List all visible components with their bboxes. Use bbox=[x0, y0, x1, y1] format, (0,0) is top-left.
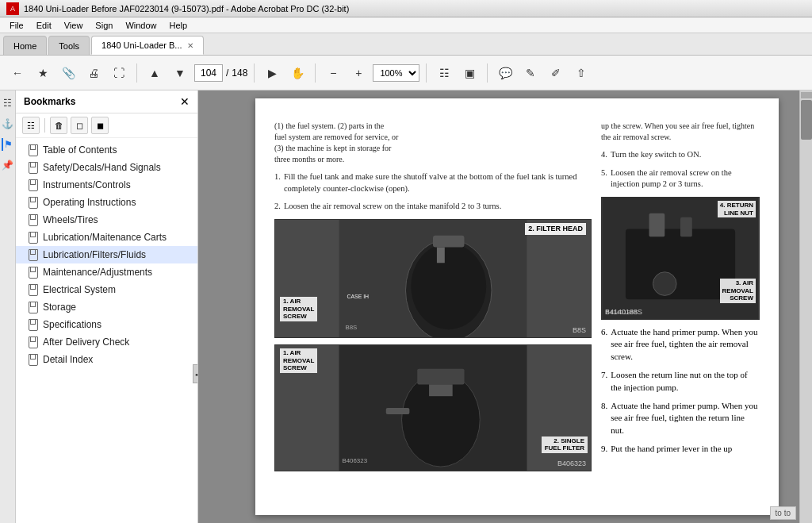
svg-rect-4 bbox=[437, 248, 445, 263]
pdf-steps-6-9: 6. Actuate the hand primer pump. When yo… bbox=[601, 326, 760, 456]
menu-window[interactable]: Window bbox=[119, 19, 163, 32]
svg-point-17 bbox=[653, 272, 676, 296]
bookmark-item-toc[interactable]: Table of Contents bbox=[16, 141, 197, 159]
step-6-num: 6. bbox=[601, 326, 607, 363]
bookmark-label-wheels: Wheels/Tires bbox=[43, 214, 98, 225]
toolbar: ← ★ 📎 🖨 ⛶ ▲ ▼ 104 / 148 ▶ ✋ − + 100% 75%… bbox=[0, 56, 812, 90]
attach-button[interactable]: 📎 bbox=[57, 62, 79, 84]
menu-edit[interactable]: Edit bbox=[30, 19, 58, 32]
cursor-tool-button[interactable]: ▶ bbox=[261, 62, 283, 84]
pdf-step-7: 7. Loosen the return line nut on the top… bbox=[601, 369, 760, 394]
pdf-intro-text: (1) the fuel system. (2) parts in thefue… bbox=[274, 121, 398, 163]
bookmark-item-maintenance[interactable]: Maintenance/Adjustments bbox=[16, 263, 197, 281]
tab-document-label: 1840 Uni-Loader B... bbox=[102, 40, 182, 50]
bookmark-item-index[interactable]: Detail Index bbox=[16, 351, 197, 368]
bookmark-item-delivery[interactable]: After Delivery Check bbox=[16, 333, 197, 351]
bookmark-item-wheels[interactable]: Wheels/Tires bbox=[16, 211, 197, 229]
title-bar: A 1840 Uni-Loader Before JAF0223014 (9-1… bbox=[0, 0, 812, 17]
bookmark-item-specs[interactable]: Specifications bbox=[16, 316, 197, 333]
image-2-caption: B406323 bbox=[557, 459, 586, 469]
menu-view[interactable]: View bbox=[58, 19, 90, 32]
tab-tools[interactable]: Tools bbox=[48, 36, 90, 55]
bookmark-label-toc: Table of Contents bbox=[43, 144, 117, 156]
tab-tools-label: Tools bbox=[59, 41, 79, 51]
attachment-icon[interactable]: 📌 bbox=[2, 159, 14, 171]
scrollbar-up-arrow[interactable] bbox=[801, 92, 812, 98]
comment-button[interactable]: 💬 bbox=[494, 62, 516, 84]
page-navigation: 104 / 148 bbox=[194, 64, 247, 82]
active-bookmark-icon[interactable]: ⚑ bbox=[2, 138, 14, 151]
bookmark-item-instruments[interactable]: Instruments/Controls bbox=[16, 176, 197, 194]
prev-page-button[interactable]: ▲ bbox=[144, 62, 166, 84]
tab-home[interactable]: Home bbox=[3, 36, 47, 55]
sidebar-delete-button[interactable]: 🗑 bbox=[50, 117, 67, 134]
pen-button[interactable]: ✎ bbox=[519, 62, 542, 84]
sidebar-close-button[interactable]: ✕ bbox=[180, 95, 190, 108]
menu-bar: File Edit View Sign Window Help bbox=[0, 17, 812, 33]
bookmark-icon-instruments bbox=[29, 179, 38, 190]
bookmark-icon-safety bbox=[29, 162, 38, 173]
bookmark-icon-specs bbox=[29, 319, 38, 330]
pdf-right-top-text: up the screw. When you see air free fuel… bbox=[601, 121, 760, 143]
bookmark-button[interactable]: ★ bbox=[32, 62, 54, 84]
return-line-label: 4. RETURNLINE NUT bbox=[718, 201, 756, 217]
tab-home-label: Home bbox=[13, 41, 36, 51]
menu-help[interactable]: Help bbox=[163, 19, 194, 32]
pdf-step-2: 2. Loosen the air removal screw on the i… bbox=[274, 201, 592, 213]
bookmark-item-storage[interactable]: Storage bbox=[16, 298, 197, 316]
page-indicator-overlay: to to bbox=[770, 506, 796, 520]
fit-button[interactable]: ⛶ bbox=[108, 62, 130, 84]
pages-icon[interactable]: ☷ bbox=[2, 97, 14, 110]
hand-tool-button[interactable]: ✋ bbox=[286, 62, 308, 84]
step-7-num: 7. bbox=[601, 369, 607, 394]
title-text: 1840 Uni-Loader Before JAF0223014 (9-150… bbox=[24, 4, 349, 13]
tools-2-button[interactable]: ▣ bbox=[458, 62, 481, 84]
sidebar: Bookmarks ✕ ☷ 🗑 ◻ ◼ Table of Contents Sa… bbox=[16, 90, 198, 523]
sidebar-collapse-arrow[interactable]: ◀ bbox=[193, 364, 198, 383]
pdf-step-9: 9. Put the hand primer lever in the up bbox=[601, 443, 760, 455]
step-1-text: Fill the fuel tank and make sure the shu… bbox=[284, 171, 592, 194]
bookmark-item-lube-filters[interactable]: Lubrication/Filters/Fluids bbox=[16, 246, 197, 263]
menu-file[interactable]: File bbox=[3, 19, 30, 32]
zoom-in-button[interactable]: + bbox=[347, 62, 370, 84]
next-page-button[interactable]: ▼ bbox=[169, 62, 191, 84]
bookmark-label-lube-main: Lubrication/Maitenance Carts bbox=[43, 232, 167, 243]
print-button[interactable]: 🖨 bbox=[82, 62, 105, 84]
single-fuel-filter-label: 2. SINGLEFUEL FILTER bbox=[542, 436, 588, 453]
pdf-right-column: up the screw. When you see air free fuel… bbox=[601, 121, 760, 478]
zoom-out-button[interactable]: − bbox=[322, 62, 344, 84]
tab-close-button[interactable]: ✕ bbox=[187, 41, 193, 50]
left-margin bbox=[198, 90, 222, 523]
bookmark-item-lube-main[interactable]: Lubrication/Maitenance Carts bbox=[16, 229, 197, 246]
bookmark-icon-operating bbox=[29, 197, 38, 208]
bookmark-item-electrical[interactable]: Electrical System bbox=[16, 281, 197, 298]
sidebar-expand-button[interactable]: ◻ bbox=[71, 117, 88, 134]
sidebar-new-button[interactable]: ☷ bbox=[22, 117, 40, 134]
svg-rect-11 bbox=[386, 408, 410, 414]
pdf-right-steps: 4. Turn the key switch to ON. 5. Loosen … bbox=[601, 149, 760, 190]
pdf-step-1: 1. Fill the fuel tank and make sure the … bbox=[274, 171, 592, 194]
scrollbar-thumb[interactable] bbox=[801, 100, 812, 140]
vertical-scrollbar[interactable] bbox=[799, 90, 812, 523]
back-button[interactable]: ← bbox=[6, 62, 29, 84]
menu-sign[interactable]: Sign bbox=[89, 19, 119, 32]
separator-5 bbox=[487, 63, 488, 83]
sidebar-collapse-button[interactable]: ◼ bbox=[91, 117, 109, 134]
sidebar-toolbar: ☷ 🗑 ◻ ◼ bbox=[16, 113, 197, 138]
zoom-select[interactable]: 100% 75% 125% 150% bbox=[373, 64, 419, 82]
bookmark-item-safety[interactable]: Safety/Decals/Hand Signals bbox=[16, 159, 197, 176]
step-2-text: Loosen the air removal screw on the inta… bbox=[284, 201, 501, 213]
bookmark-label-lube-filters: Lubrication/Filters/Fluids bbox=[43, 249, 146, 260]
bookmarks-icon-sidebar[interactable]: ⚓ bbox=[2, 117, 14, 130]
tools-1-button[interactable]: ☷ bbox=[433, 62, 455, 84]
tab-document[interactable]: 1840 Uni-Loader B... ✕ bbox=[91, 36, 204, 55]
pdf-step-4: 4. Turn the key switch to ON. bbox=[601, 149, 760, 161]
bookmark-icon-lube-filters bbox=[29, 249, 38, 260]
share-button[interactable]: ⇧ bbox=[570, 62, 592, 84]
pdf-steps-left: 1. Fill the fuel tank and make sure the … bbox=[274, 171, 592, 213]
pdf-main-content: (1) the fuel system. (2) parts in thefue… bbox=[274, 121, 760, 478]
sign-button[interactable]: ✐ bbox=[545, 62, 567, 84]
image-1-caption: B8S bbox=[573, 325, 586, 336]
bookmark-item-operating[interactable]: Operating Instructions bbox=[16, 194, 197, 211]
page-number-input[interactable]: 104 bbox=[194, 64, 223, 82]
